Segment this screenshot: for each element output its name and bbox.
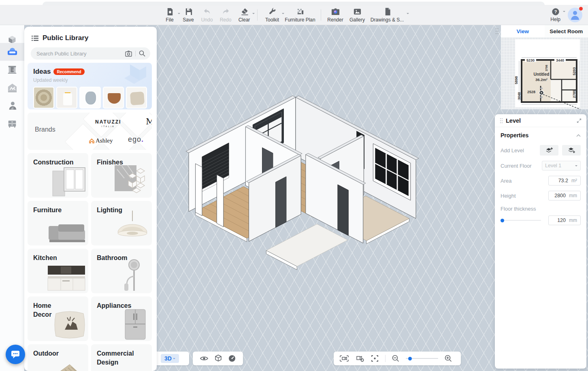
library-search <box>31 47 150 60</box>
area-input[interactable]: 73.2 m² <box>548 176 581 186</box>
dim-left: 5898 <box>514 76 518 84</box>
idea-thumbnail-plate[interactable] <box>33 87 54 109</box>
user-avatar[interactable] <box>568 8 582 22</box>
help-label: Help <box>550 17 560 22</box>
browser-omnibox <box>43 2 545 6</box>
minimap-panel[interactable]: 5230 3440 5898 5203 2785 2528 3048 3798 … <box>501 37 588 109</box>
category-home-decor[interactable]: Home Decor <box>28 296 88 341</box>
category-lighting[interactable]: Lighting <box>91 201 152 245</box>
search-icon[interactable] <box>139 50 145 57</box>
zoom-slider-knob[interactable] <box>408 357 412 360</box>
save-button[interactable]: Save <box>179 6 198 24</box>
3d-box-icon[interactable] <box>214 354 222 362</box>
floor-thickness-input[interactable]: 120 mm <box>548 215 581 225</box>
brand-minotti[interactable]: Mi <box>146 117 152 126</box>
level-drag-handle-icon[interactable] <box>500 118 503 124</box>
home-decor-thumbnail <box>51 309 88 341</box>
construction-thumbnail <box>48 166 88 198</box>
undo-button[interactable]: Undo <box>198 6 216 24</box>
category-kitchen[interactable]: Kitchen <box>28 249 88 293</box>
category-label: Kitchen <box>33 254 76 262</box>
idea-thumbnail-bowl[interactable] <box>103 87 124 109</box>
chat-support-button[interactable] <box>6 345 25 364</box>
focus-center-icon[interactable] <box>371 354 379 362</box>
minimap-room-name: Untitled <box>533 72 549 77</box>
add-level-below-button[interactable] <box>562 145 581 156</box>
sidebar-item-construction[interactable] <box>0 61 24 79</box>
redo-label: Redo <box>220 17 232 23</box>
category-finishes[interactable]: Finishes <box>91 153 152 198</box>
category-bathroom[interactable]: Bathroom <box>91 249 152 293</box>
visibility-eye-icon[interactable] <box>200 355 209 362</box>
minimap-room-area: 36.2m² <box>535 77 548 82</box>
dim-top1: 5230 <box>526 58 535 62</box>
add-level-row: Add Level <box>501 145 581 156</box>
current-floor-select[interactable]: Level 1 <box>542 161 581 171</box>
render-button[interactable]: Render <box>325 6 346 24</box>
house-model[interactable] <box>174 81 450 292</box>
current-floor-row: Current Floor Level 1 <box>501 161 581 171</box>
properties-section-header[interactable]: Properties <box>501 132 581 139</box>
minimap-drag-handle[interactable] <box>495 28 499 36</box>
category-outdoor[interactable]: Outdoor <box>28 344 88 371</box>
category-appliances[interactable]: Appliances <box>91 296 152 341</box>
ideas-card[interactable]: Ideas Recommend Updated weekly <box>28 63 152 109</box>
height-input[interactable]: 2800 mm <box>548 191 581 200</box>
help-button[interactable]: ? Help <box>550 8 560 22</box>
tab-select-room[interactable]: Select Room <box>545 25 588 37</box>
brand-natuzzi[interactable]: NATUZZIITALIA <box>95 119 121 128</box>
sidebar-item-account[interactable] <box>0 97 24 115</box>
zoom-slider[interactable] <box>406 358 438 359</box>
add-level-label: Add Level <box>501 147 540 154</box>
svg-text:?: ? <box>554 9 557 14</box>
category-construction[interactable]: Construction <box>28 153 88 198</box>
file-button[interactable]: File <box>160 6 179 24</box>
help-dropdown-caret[interactable] <box>563 11 565 13</box>
tab-view[interactable]: View <box>501 25 545 37</box>
drawings-button[interactable]: Drawings & S... <box>369 6 406 24</box>
mode-3d-button[interactable]: 3D <box>161 354 179 363</box>
sidebar-item-ai-design[interactable] <box>0 79 24 97</box>
performance-gauge-icon[interactable] <box>228 354 236 362</box>
list-menu-icon[interactable] <box>32 35 38 41</box>
current-floor-caret <box>575 165 577 168</box>
redo-button[interactable]: Redo <box>216 6 235 24</box>
brand-ashley[interactable]: Ashley <box>89 137 113 144</box>
bathroom-thumbnail <box>113 258 152 293</box>
add-level-above-button[interactable] <box>540 145 558 156</box>
floor-thickness-slider[interactable] <box>501 220 541 221</box>
sofa-icon <box>7 47 18 57</box>
dim-inner: 3798 <box>545 65 548 71</box>
undo-label: Undo <box>201 17 213 23</box>
expand-panel-icon[interactable] <box>577 118 582 123</box>
add-level-above-icon <box>545 147 553 154</box>
toolkit-button[interactable]: Toolkit <box>261 6 283 24</box>
idea-thumbnail-candle[interactable] <box>56 87 77 109</box>
idea-thumbnail-vase[interactable] <box>79 87 100 109</box>
furniture-plan-button[interactable]: Furniture Plan <box>283 6 317 24</box>
furniture-plan-label: Furniture Plan <box>285 17 315 23</box>
zoom-out-icon[interactable] <box>392 354 400 362</box>
category-furniture[interactable]: Furniture <box>28 201 88 245</box>
toolbar-divider <box>321 9 321 21</box>
brands-card[interactable]: Brands NATUZZIITALIA Mi Ashley ego. <box>28 113 152 150</box>
clear-button[interactable]: Clear <box>235 6 254 24</box>
door-interior-3 <box>338 185 348 236</box>
search-input[interactable] <box>31 51 125 57</box>
sidebar-item-custom-furniture[interactable] <box>0 115 24 133</box>
camera-settings-icon[interactable] <box>355 354 365 362</box>
clear-eraser-icon <box>240 7 249 16</box>
floor-thickness-knob[interactable] <box>501 219 504 222</box>
chat-bubble-icon <box>11 350 20 359</box>
category-commercial-design[interactable]: Commercial Design <box>91 344 152 371</box>
image-search-camera-icon[interactable] <box>125 51 132 57</box>
camera-view-icon[interactable] <box>339 354 349 362</box>
sidebar-item-library[interactable] <box>0 43 24 61</box>
brand-ego[interactable]: ego. <box>128 135 144 144</box>
drawings-dropdown-caret[interactable] <box>407 13 409 15</box>
gallery-button[interactable]: Gallery <box>346 6 369 24</box>
idea-thumbnail-pillow[interactable] <box>126 87 147 109</box>
clear-dropdown-caret[interactable] <box>252 13 255 15</box>
zoom-in-icon[interactable] <box>444 354 452 362</box>
undo-icon <box>203 7 211 16</box>
